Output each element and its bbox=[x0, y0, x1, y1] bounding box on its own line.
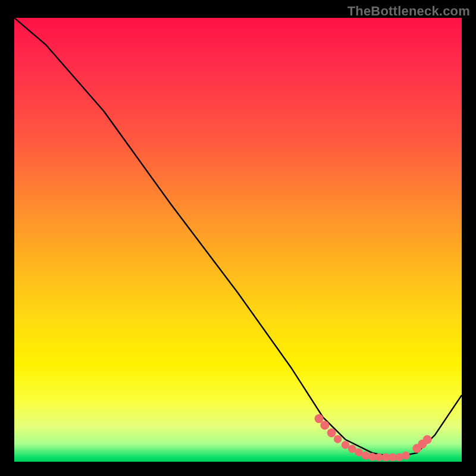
highlight-dot bbox=[402, 452, 410, 460]
highlight-dot bbox=[334, 435, 342, 443]
highlight-dot bbox=[327, 428, 336, 437]
attribution-text: TheBottleneck.com bbox=[347, 4, 470, 19]
highlight-dots bbox=[315, 414, 432, 461]
highlight-dot bbox=[320, 421, 329, 430]
highlight-dot bbox=[342, 441, 350, 449]
highlight-dot bbox=[362, 452, 370, 460]
curve-svg bbox=[14, 18, 462, 462]
chart-container: TheBottleneck.com bbox=[0, 0, 476, 476]
plot-area bbox=[14, 18, 462, 462]
bottleneck-curve bbox=[14, 18, 462, 458]
highlight-dot bbox=[423, 435, 432, 444]
